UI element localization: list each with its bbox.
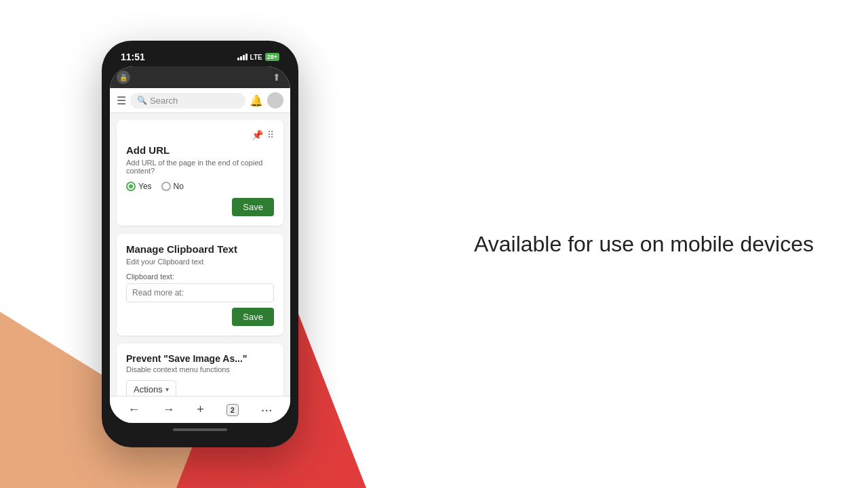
page-content: 📌 ⠿ Add URL Add URL of the page in the e… <box>110 113 290 396</box>
search-input[interactable]: Search <box>150 96 178 106</box>
more-button[interactable]: ··· <box>261 402 273 418</box>
radio-no[interactable]: No <box>161 182 184 191</box>
avatar[interactable] <box>267 92 283 108</box>
status-time: 11:51 <box>121 52 145 62</box>
add-url-save-button[interactable]: Save <box>232 198 274 216</box>
add-url-card: 📌 ⠿ Add URL Add URL of the page in the e… <box>117 120 283 226</box>
grid-icon[interactable]: ⠿ <box>267 129 274 140</box>
radio-dot-yes <box>126 182 136 191</box>
status-bar: 11:51 LTE 28+ <box>110 49 290 66</box>
clipboard-text-input[interactable] <box>126 283 274 302</box>
actions-label: Actions <box>134 384 163 394</box>
actions-button[interactable]: Actions ▾ <box>126 380 176 396</box>
lte-label: LTE <box>250 54 262 61</box>
card-actions-row: 📌 ⠿ <box>126 129 274 140</box>
back-button[interactable]: ← <box>127 403 140 417</box>
home-bar <box>173 428 227 431</box>
radio-yes-label: Yes <box>138 182 152 191</box>
search-bar[interactable]: 🔍 Search <box>130 93 245 108</box>
browser-bottom-nav: ← → + 2 ··· <box>110 396 290 423</box>
chevron-down-icon: ▾ <box>165 386 169 393</box>
prevent-save-card: Prevent "Save Image As..." Disable conte… <box>117 344 283 396</box>
clipboard-field-label: Clipboard text: <box>126 272 274 281</box>
lock-icon: 🔒 <box>117 70 130 84</box>
radio-no-label: No <box>174 182 184 191</box>
prevent-subtitle: Disable context menu functions <box>126 365 274 373</box>
tab-count-button[interactable]: 2 <box>226 404 239 416</box>
search-icon: 🔍 <box>137 96 147 105</box>
clipboard-subtitle: Edit your Clipboard text <box>126 258 274 266</box>
browser-top-chrome: 🔒 ⬆ <box>110 66 290 88</box>
radio-yes[interactable]: Yes <box>126 182 152 191</box>
home-indicator <box>110 423 290 436</box>
clipboard-card: Manage Clipboard Text Edit your Clipboar… <box>117 234 283 336</box>
signal-icon <box>237 54 248 60</box>
phone-mockup: 11:51 LTE 28+ 🔒 ⬆ ☰ <box>102 41 298 447</box>
battery-badge: 28+ <box>265 53 279 61</box>
radio-group: Yes No <box>126 182 274 191</box>
add-tab-button[interactable]: + <box>197 403 204 417</box>
share-icon[interactable]: ⬆ <box>270 70 283 84</box>
status-icons: LTE 28+ <box>237 53 279 61</box>
bell-icon[interactable]: 🔔 <box>250 94 263 107</box>
phone-shell: 11:51 LTE 28+ 🔒 ⬆ ☰ <box>102 41 298 447</box>
tab-count-badge: 2 <box>226 404 239 416</box>
add-url-description: Add URL of the page in the end of copied… <box>126 159 274 175</box>
radio-dot-no <box>161 182 171 191</box>
phone-screen: 🔒 ⬆ ☰ 🔍 Search 🔔 📌 ⠿ <box>110 66 290 423</box>
hamburger-icon[interactable]: ☰ <box>117 94 126 107</box>
clipboard-title: Manage Clipboard Text <box>126 243 274 255</box>
prevent-title: Prevent "Save Image As..." <box>126 353 274 364</box>
pin-icon[interactable]: 📌 <box>252 129 263 140</box>
clipboard-save-button[interactable]: Save <box>232 308 274 326</box>
forward-button[interactable]: → <box>162 403 174 417</box>
browser-navbar: ☰ 🔍 Search 🔔 <box>110 88 290 113</box>
add-url-title: Add URL <box>126 144 274 156</box>
tagline-text: Available for use on mobile devices <box>474 232 814 257</box>
